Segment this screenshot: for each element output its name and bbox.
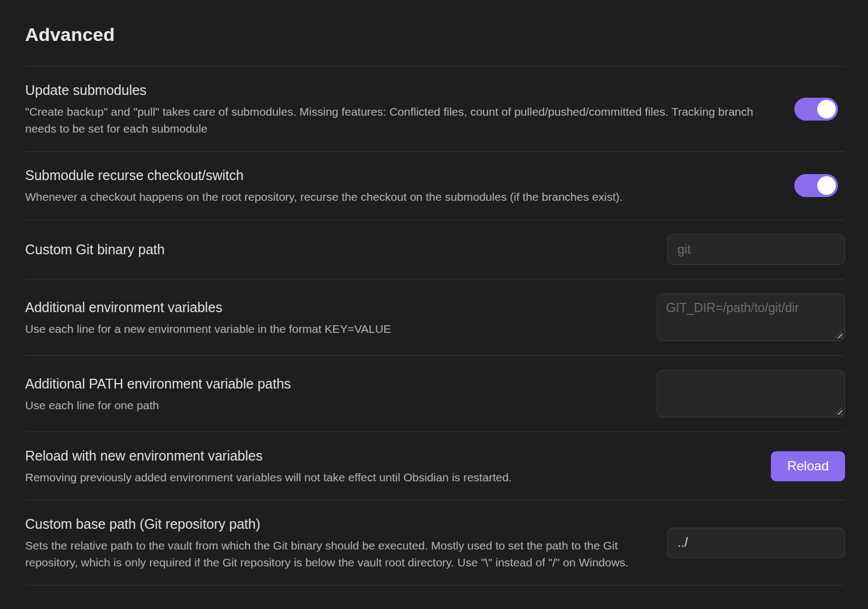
textarea-wrap <box>657 370 845 417</box>
setting-control <box>657 370 845 417</box>
custom-base-path-input[interactable] <box>667 528 845 558</box>
setting-info: Reload with new environment variables Re… <box>25 446 758 486</box>
setting-control <box>667 528 845 558</box>
toggle-knob <box>817 176 836 195</box>
setting-name: Additional environment variables <box>25 298 644 317</box>
env-variables-textarea[interactable] <box>657 294 845 341</box>
setting-control: Reload <box>771 451 845 481</box>
path-env-variables-textarea[interactable] <box>657 370 845 417</box>
setting-description: Sets the relative path to the vault from… <box>25 537 654 571</box>
setting-row-reload-env: Reload with new environment variables Re… <box>25 432 845 500</box>
setting-info: Custom Git binary path <box>25 240 654 259</box>
setting-row-path-env-variables: Additional PATH environment variable pat… <box>25 356 845 432</box>
update-submodules-toggle[interactable] <box>794 98 838 121</box>
toggle-knob <box>817 100 836 118</box>
setting-description: Removing previously added environment va… <box>25 469 758 486</box>
setting-info: Additional PATH environment variable pat… <box>25 374 644 414</box>
setting-info: Additional environment variables Use eac… <box>25 298 644 337</box>
setting-name: Reload with new environment variables <box>25 446 758 465</box>
setting-row-custom-base-path: Custom base path (Git repository path) S… <box>25 500 845 586</box>
setting-name: Custom Git binary path <box>25 240 654 259</box>
setting-control <box>657 294 845 341</box>
setting-control <box>794 98 838 121</box>
setting-row-env-variables: Additional environment variables Use eac… <box>25 279 845 356</box>
setting-control <box>667 234 845 265</box>
reload-button[interactable]: Reload <box>771 451 845 481</box>
setting-row-update-submodules: Update submodules "Create backup" and "p… <box>25 67 845 152</box>
submodule-recurse-toggle[interactable] <box>794 174 838 197</box>
setting-name: Submodule recurse checkout/switch <box>25 166 781 184</box>
setting-control <box>794 174 838 197</box>
setting-description: Whenever a checkout happens on the root … <box>25 188 781 205</box>
setting-info: Update submodules "Create backup" and "p… <box>25 81 781 137</box>
setting-name: Update submodules <box>25 81 781 99</box>
setting-description: "Create backup" and "pull" takes care of… <box>25 103 781 137</box>
settings-page: Advanced Update submodules "Create backu… <box>0 0 868 586</box>
setting-description: Use each line for one path <box>25 397 644 414</box>
setting-name: Additional PATH environment variable pat… <box>25 374 644 393</box>
setting-description: Use each line for a new environment vari… <box>25 320 644 337</box>
git-binary-path-input[interactable] <box>667 234 845 265</box>
setting-info: Submodule recurse checkout/switch Whenev… <box>25 166 781 205</box>
setting-name: Custom base path (Git repository path) <box>25 515 654 533</box>
setting-info: Custom base path (Git repository path) S… <box>25 515 654 571</box>
setting-row-submodule-recurse: Submodule recurse checkout/switch Whenev… <box>25 152 845 220</box>
settings-list: Update submodules "Create backup" and "p… <box>25 66 845 586</box>
setting-row-git-binary-path: Custom Git binary path <box>25 220 845 279</box>
textarea-wrap <box>657 294 845 341</box>
page-title: Advanced <box>25 0 845 66</box>
